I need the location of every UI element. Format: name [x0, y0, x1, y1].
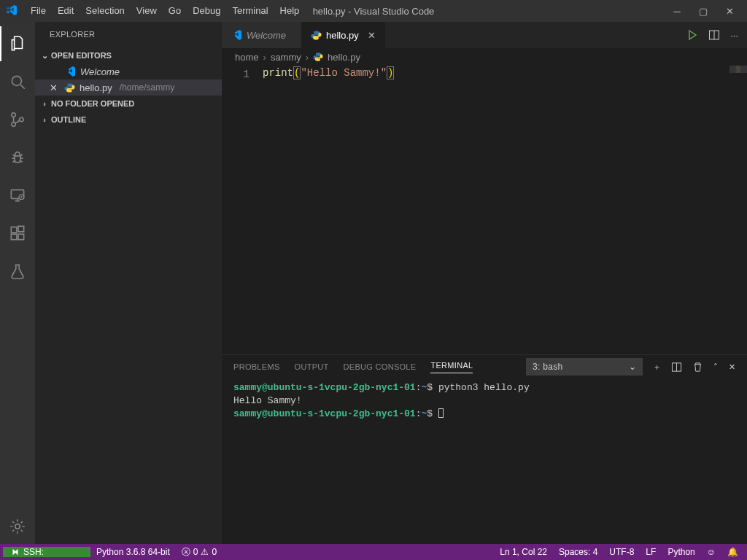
terminal-select-label: 3: bash	[533, 362, 562, 372]
section-open-editors-label: OPEN EDITORS	[51, 51, 112, 60]
menu-selection[interactable]: Selection	[80, 0, 130, 22]
code-editor[interactable]: 1 print("Hello Sammy!")	[222, 66, 747, 354]
split-terminal-icon[interactable]	[671, 362, 682, 373]
status-python[interactable]: Python 3.6.8 64-bit	[90, 547, 176, 557]
svg-point-12	[15, 524, 20, 529]
section-outline[interactable]: › OUTLINE	[35, 112, 222, 128]
titlebar: File Edit Selection View Go Debug Termin…	[0, 0, 747, 22]
svg-rect-8	[11, 227, 17, 233]
section-no-folder[interactable]: › NO FOLDER OPENED	[35, 96, 222, 112]
chevron-down-icon: ⌄	[39, 51, 50, 61]
menu-debug[interactable]: Debug	[187, 0, 226, 22]
activity-settings[interactable]	[0, 509, 35, 544]
window-controls: ─ ▢ ✕	[671, 6, 741, 17]
run-icon[interactable]	[686, 29, 698, 41]
open-editor-hello-py[interactable]: ✕ hello.py /home/sammy	[35, 79, 222, 96]
panel-tab-terminal[interactable]: TERMINAL	[430, 361, 473, 373]
status-remote-label: SSH:	[23, 547, 44, 557]
status-language[interactable]: Python	[662, 547, 700, 557]
remote-icon	[10, 547, 20, 557]
activity-debug[interactable]	[0, 140, 35, 175]
chevron-right-icon: ›	[39, 115, 50, 124]
editor-group: Welcome hello.py ✕ ··· ho	[222, 22, 747, 544]
section-no-folder-label: NO FOLDER OPENED	[51, 99, 134, 108]
status-problems[interactable]: ⓧ0 ⚠0	[176, 546, 222, 559]
menu-view[interactable]: View	[131, 0, 163, 22]
terminal-cursor	[438, 408, 444, 418]
warning-icon: ⚠	[201, 547, 209, 557]
term-user: sammy@ubuntu-s-1vcpu-2gb-nyc1-01	[233, 382, 416, 393]
breadcrumb[interactable]: home › sammy › hello.py	[222, 48, 747, 66]
open-editor-label: hello.py	[80, 82, 112, 93]
chevron-right-icon: ›	[39, 99, 50, 108]
open-editor-welcome[interactable]: Welcome	[35, 63, 222, 79]
chevron-up-icon[interactable]: ˄	[713, 362, 718, 372]
open-editor-path: /home/sammy	[120, 82, 174, 93]
activity-search[interactable]	[0, 64, 35, 99]
menu-help[interactable]: Help	[274, 0, 306, 22]
tab-actions: ···	[678, 22, 747, 48]
sidebar-explorer: EXPLORER ⌄ OPEN EDITORS Welcome ✕ hello.…	[35, 22, 222, 544]
status-lncol[interactable]: Ln 1, Col 22	[494, 547, 553, 557]
code-content[interactable]: print("Hello Sammy!")	[263, 66, 394, 354]
term-user: sammy@ubuntu-s-1vcpu-2gb-nyc1-01	[233, 408, 416, 419]
svg-point-0	[12, 76, 21, 85]
panel-tab-problems[interactable]: PROBLEMS	[233, 362, 280, 371]
activity-test[interactable]	[0, 254, 35, 289]
activity-explorer[interactable]	[0, 26, 35, 61]
token-function: print	[263, 67, 293, 79]
window-maximize-icon[interactable]: ▢	[697, 6, 709, 17]
tab-hello-py[interactable]: hello.py ✕	[302, 22, 385, 48]
status-feedback-icon[interactable]: ☺	[701, 547, 721, 557]
chevron-down-icon: ⌄	[629, 362, 636, 372]
status-indent[interactable]: Spaces: 4	[553, 547, 603, 557]
minimap[interactable]	[729, 66, 747, 73]
activity-remote[interactable]	[0, 178, 35, 213]
vscode-logo-icon	[64, 66, 76, 77]
activity-source-control[interactable]	[0, 102, 35, 137]
chevron-right-icon: ›	[263, 52, 266, 63]
crumb-home[interactable]: home	[235, 52, 259, 63]
menu-terminal[interactable]: Terminal	[226, 0, 274, 22]
window-close-icon[interactable]: ✕	[724, 6, 735, 17]
status-eol[interactable]: LF	[640, 547, 662, 557]
crumb-sammy[interactable]: sammy	[271, 52, 301, 63]
python-file-icon	[311, 30, 322, 41]
activity-extensions[interactable]	[0, 216, 35, 251]
menu-file[interactable]: File	[25, 0, 52, 22]
section-outline-label: OUTLINE	[51, 115, 86, 124]
svg-point-7	[20, 196, 22, 198]
tab-welcome[interactable]: Welcome	[222, 22, 302, 48]
svg-point-3	[12, 122, 15, 126]
status-remote[interactable]: SSH:	[3, 547, 90, 557]
panel-tab-debug-console[interactable]: DEBUG CONSOLE	[344, 362, 417, 371]
section-open-editors[interactable]: ⌄ OPEN EDITORS	[35, 47, 222, 63]
crumb-file[interactable]: hello.py	[328, 52, 360, 63]
status-bell-icon[interactable]: 🔔	[721, 547, 744, 557]
token-bracket-match: (	[293, 66, 301, 79]
close-icon[interactable]: ✕	[50, 82, 60, 93]
vscode-logo-icon	[6, 4, 19, 18]
line-gutter: 1	[222, 66, 263, 354]
window-minimize-icon[interactable]: ─	[671, 6, 683, 17]
menu-bar: File Edit Selection View Go Debug Termin…	[25, 0, 305, 22]
menu-go[interactable]: Go	[163, 0, 187, 22]
status-encoding[interactable]: UTF-8	[603, 547, 640, 557]
svg-rect-11	[18, 226, 24, 232]
terminal-body[interactable]: sammy@ubuntu-s-1vcpu-2gb-nyc1-01:~$ pyth…	[222, 378, 747, 544]
token-bracket-match: )	[387, 66, 394, 79]
kill-terminal-icon[interactable]	[692, 362, 703, 373]
term-output: Hello Sammy!	[233, 395, 302, 406]
new-terminal-icon[interactable]: ＋	[653, 362, 661, 373]
split-editor-icon[interactable]	[708, 29, 720, 41]
menu-edit[interactable]: Edit	[52, 0, 80, 22]
panel: PROBLEMS OUTPUT DEBUG CONSOLE TERMINAL 3…	[222, 354, 747, 544]
panel-tabs: PROBLEMS OUTPUT DEBUG CONSOLE TERMINAL 3…	[222, 355, 747, 378]
panel-tab-output[interactable]: OUTPUT	[295, 362, 329, 371]
close-icon[interactable]: ✕	[368, 30, 376, 41]
close-icon[interactable]: ✕	[729, 362, 735, 372]
terminal-select[interactable]: 3: bash ⌄	[526, 358, 643, 376]
more-icon[interactable]: ···	[730, 30, 738, 41]
svg-point-4	[20, 117, 23, 121]
token-string: "Hello Sammy!"	[301, 67, 387, 79]
